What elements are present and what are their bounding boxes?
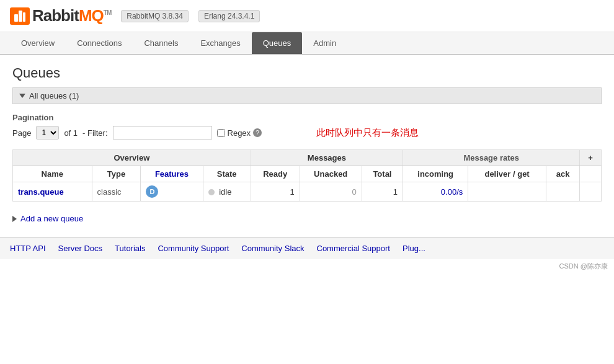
page-label: Page (12, 128, 31, 138)
footer-plugins[interactable]: Plug... (403, 244, 425, 253)
col-extra-header (580, 166, 602, 182)
state-text: idle (219, 187, 231, 197)
footer-community-support[interactable]: Community Support (158, 244, 229, 253)
col-total-header: Total (362, 166, 403, 182)
pagination-label: Pagination (12, 113, 602, 122)
footer-community-slack[interactable]: Community Slack (241, 244, 304, 253)
cell-state: idle (203, 182, 251, 202)
col-ready-header: Ready (251, 166, 300, 182)
cell-incoming: 0.00/s (403, 182, 468, 202)
footer: HTTP API Server Docs Tutorials Community… (0, 237, 614, 259)
footer-tutorials[interactable]: Tutorials (115, 244, 145, 253)
cell-unacked: 0 (300, 182, 362, 202)
header: RabbitMQTM RabbitMQ 3.8.34 Erlang 24.3.4… (0, 0, 614, 32)
col-features-header: Features (141, 166, 203, 182)
rates-col-header: Message rates (403, 150, 580, 166)
page-title: Queues (12, 65, 602, 81)
col-type-header: Type (92, 166, 141, 182)
col-state-header: State (203, 166, 251, 182)
logo-tm: TM (104, 9, 111, 16)
overview-col-header: Overview (13, 150, 251, 166)
nav-queues[interactable]: Queues (252, 32, 303, 54)
cell-name[interactable]: trans.queue (13, 182, 92, 202)
nav-admin[interactable]: Admin (302, 32, 347, 54)
cell-total: 1 (362, 182, 403, 202)
col-incoming-header: incoming (403, 166, 468, 182)
cell-ack (546, 182, 579, 202)
nav-connections[interactable]: Connections (66, 32, 133, 54)
logo: RabbitMQTM (10, 6, 111, 25)
footer-http-api[interactable]: HTTP API (10, 244, 46, 253)
col-unacked-header: Unacked (300, 166, 362, 182)
erlang-badge: Erlang 24.3.4.1 (198, 10, 260, 22)
svg-rect-2 (23, 12, 25, 22)
col-deliver-header: deliver / get (468, 166, 546, 182)
cell-features: D (141, 182, 203, 202)
section-title: All queues (1) (29, 91, 79, 100)
of-label: of 1 (64, 128, 78, 138)
filter-input[interactable] (113, 126, 212, 140)
help-badge[interactable]: ? (253, 128, 262, 137)
nav-overview[interactable]: Overview (10, 32, 66, 54)
svg-rect-0 (14, 14, 18, 22)
annotation-text: 此时队列中只有一条消息 (316, 127, 419, 139)
cell-deliver (468, 182, 546, 202)
logo-text: RabbitMQTM (32, 6, 111, 25)
table-row: trans.queue classic D idle 1 0 1 0.00/s (13, 182, 602, 202)
footer-commercial-support[interactable]: Commercial Support (317, 244, 391, 253)
nav: Overview Connections Channels Exchanges … (0, 32, 614, 55)
d-badge: D (146, 185, 158, 198)
add-queue-label: Add a new queue (20, 214, 83, 223)
collapse-icon (19, 94, 25, 98)
content: Queues All queues (1) Pagination Page 1 … (0, 55, 614, 237)
queue-table: Overview Messages Message rates + Name T… (12, 149, 602, 202)
page-select[interactable]: 1 (36, 126, 59, 140)
idle-dot (208, 189, 215, 195)
logo-mq: MQ (79, 6, 104, 25)
nav-channels[interactable]: Channels (133, 32, 189, 54)
logo-icon (10, 7, 30, 25)
cell-extra (580, 182, 602, 202)
section-header[interactable]: All queues (1) (12, 87, 602, 104)
nav-exchanges[interactable]: Exchanges (189, 32, 251, 54)
regex-check: Regex ? (217, 128, 262, 138)
add-queue-link[interactable]: Add a new queue (12, 214, 602, 223)
add-queue-section: Add a new queue (12, 210, 602, 227)
queue-link[interactable]: trans.queue (18, 187, 64, 197)
filter-label: - Filter: (82, 128, 107, 138)
col-ack-header: ack (546, 166, 579, 182)
plus-col-header[interactable]: + (580, 150, 602, 166)
cell-type: classic (92, 182, 141, 202)
version-badge: RabbitMQ 3.8.34 (121, 10, 189, 22)
watermark: CSDN @陈亦康 (0, 259, 614, 273)
col-name-header: Name (13, 166, 92, 182)
footer-server-docs[interactable]: Server Docs (58, 244, 103, 253)
logo-rabbit: Rabbit (32, 6, 79, 25)
svg-rect-1 (19, 11, 22, 22)
regex-label: Regex (228, 128, 251, 138)
regex-checkbox[interactable] (217, 129, 225, 137)
expand-icon (12, 216, 17, 222)
cell-ready: 1 (251, 182, 300, 202)
pagination-row: Page 1 of 1 - Filter: Regex ? 此时队列中只有一条消… (12, 126, 602, 140)
messages-col-header: Messages (251, 150, 403, 166)
